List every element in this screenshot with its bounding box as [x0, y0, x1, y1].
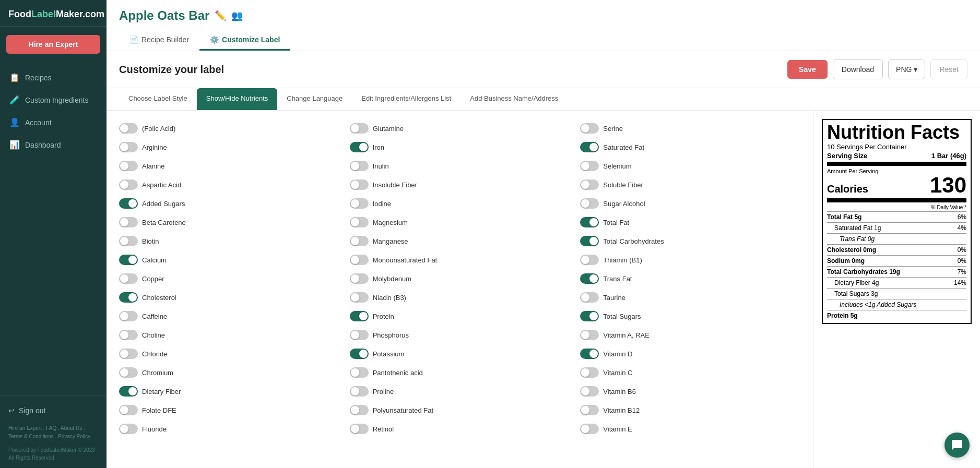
- save-button[interactable]: Save: [787, 60, 828, 79]
- nutrient-toggle[interactable]: [580, 386, 599, 397]
- tab-recipe-builder[interactable]: 📄 Recipe Builder: [119, 30, 199, 51]
- nutrient-toggle[interactable]: [580, 236, 599, 246]
- chat-icon: [951, 439, 963, 451]
- nutrient-toggle[interactable]: [580, 273, 599, 284]
- nutrient-toggle[interactable]: [350, 424, 369, 434]
- nutrient-row: Vitamin C: [580, 365, 800, 380]
- nf-nutrient-label: Protein 5g: [827, 312, 858, 319]
- nutrient-toggle[interactable]: [580, 123, 599, 134]
- nutrient-toggle[interactable]: [119, 424, 138, 434]
- nutrient-toggle[interactable]: [350, 179, 369, 190]
- nutrient-toggle[interactable]: [350, 292, 369, 303]
- nutrient-toggle[interactable]: [580, 424, 599, 434]
- sidebar-item-dashboard[interactable]: 📊 Dashboard: [0, 134, 107, 156]
- nutrient-toggle[interactable]: [350, 349, 369, 359]
- png-button[interactable]: PNG ▾: [888, 59, 925, 79]
- tab-customize-label[interactable]: ⚙️ Customize Label: [199, 30, 290, 51]
- sub-tab-choose-label-style[interactable]: Choose Label Style: [119, 88, 197, 110]
- nutrient-toggle[interactable]: [350, 142, 369, 152]
- sub-tab-show-hide-nutrients[interactable]: Show/Hide Nutrients: [197, 88, 278, 110]
- nutrient-toggle[interactable]: [350, 386, 369, 397]
- nutrient-label: Vitamin D: [603, 350, 632, 358]
- toolbar-title: Customize your label: [119, 64, 224, 76]
- chat-bubble[interactable]: [944, 433, 970, 458]
- sub-tab-change-language[interactable]: Change Language: [277, 88, 352, 110]
- recipes-icon: 📋: [9, 73, 20, 82]
- sidebar-item-label: Custom Ingredients: [25, 96, 88, 104]
- sidebar-item-recipes[interactable]: 📋 Recipes: [0, 66, 107, 89]
- nutrient-toggle[interactable]: [580, 330, 599, 340]
- nutrient-toggle[interactable]: [580, 255, 599, 265]
- nutrient-toggle[interactable]: [580, 217, 599, 227]
- nutrient-toggle[interactable]: [350, 198, 369, 209]
- sidebar-item-account[interactable]: 👤 Account: [0, 111, 107, 134]
- nutrient-toggle[interactable]: [580, 198, 599, 209]
- nutrient-toggle[interactable]: [350, 367, 369, 378]
- nutrient-toggle[interactable]: [119, 123, 138, 134]
- nutrient-label: Pantothenic acid: [373, 369, 423, 377]
- nutrient-toggle[interactable]: [580, 311, 599, 321]
- sub-tab-edit-ingredients[interactable]: Edit Ingredients/Allergens List: [352, 88, 461, 110]
- nutrient-toggle[interactable]: [119, 311, 138, 321]
- nutrient-toggle[interactable]: [119, 142, 138, 152]
- nutrient-toggle[interactable]: [119, 273, 138, 284]
- nutrient-toggle[interactable]: [580, 179, 599, 190]
- nutrient-label: Selenium: [603, 162, 631, 170]
- toolbar-actions: Save Download PNG ▾ Reset: [787, 59, 967, 79]
- sidebar-item-custom-ingredients[interactable]: 🧪 Custom Ingredients: [0, 89, 107, 111]
- nutrient-row: Vitamin B6: [580, 384, 800, 399]
- nutrient-toggle[interactable]: [119, 349, 138, 359]
- nf-nutrient-label: Includes <1g Added Sugars: [827, 301, 916, 308]
- nf-nutrient-row: Protein 5g: [827, 311, 966, 320]
- nutrient-toggle[interactable]: [119, 292, 138, 303]
- nutrient-toggle[interactable]: [119, 217, 138, 227]
- nf-thick-bar2: [827, 198, 966, 202]
- nutrient-toggle[interactable]: [350, 273, 369, 284]
- nutrient-toggle[interactable]: [350, 123, 369, 134]
- download-button[interactable]: Download: [833, 59, 883, 79]
- nutrient-toggle[interactable]: [350, 405, 369, 415]
- nutrient-label: Calcium: [142, 256, 167, 264]
- nutrient-toggle[interactable]: [580, 349, 599, 359]
- nutrient-row: Cholesterol: [119, 290, 339, 305]
- nutrient-toggle[interactable]: [580, 142, 599, 152]
- nutrient-toggle[interactable]: [119, 386, 138, 397]
- nutrient-toggle[interactable]: [350, 217, 369, 227]
- nutrient-toggle[interactable]: [350, 330, 369, 340]
- reset-button[interactable]: Reset: [930, 59, 967, 79]
- nutrient-toggle[interactable]: [119, 367, 138, 378]
- people-icon[interactable]: 👥: [231, 10, 243, 21]
- nutrient-row: Serine: [580, 121, 800, 136]
- nutrient-toggle[interactable]: [350, 161, 369, 171]
- nutrient-toggle[interactable]: [119, 179, 138, 190]
- nutrient-toggle[interactable]: [580, 405, 599, 415]
- nutrient-row: Thiamin (B1): [580, 253, 800, 267]
- nutrient-toggle[interactable]: [580, 292, 599, 303]
- nf-nutrient-label: Sodium 0mg: [827, 257, 865, 265]
- nutrient-toggle[interactable]: [119, 255, 138, 265]
- nutrient-toggle[interactable]: [119, 198, 138, 209]
- nutrient-row: Total Fat: [580, 215, 800, 230]
- nutrient-toggle[interactable]: [119, 236, 138, 246]
- nutrient-toggle[interactable]: [119, 161, 138, 171]
- nutrient-toggle[interactable]: [580, 161, 599, 171]
- sub-tab-add-business[interactable]: Add Business Name/Address: [461, 88, 568, 110]
- sign-out-button[interactable]: ↩ Sign out: [8, 402, 98, 419]
- nutrient-row: Folate DFE: [119, 403, 339, 417]
- nutrient-toggle[interactable]: [350, 255, 369, 265]
- nutrient-toggle[interactable]: [350, 311, 369, 321]
- hire-expert-button[interactable]: Hire an Expert: [6, 35, 100, 54]
- nutrient-row: Inulin: [350, 159, 570, 173]
- nutrient-row: Vitamin A, RAE: [580, 328, 800, 342]
- chevron-down-icon: ▾: [914, 65, 917, 74]
- nutrient-toggle[interactable]: [580, 367, 599, 378]
- nutrient-toggle[interactable]: [350, 236, 369, 246]
- edit-icon[interactable]: ✏️: [215, 10, 226, 21]
- nf-divider: [827, 233, 966, 234]
- nutrient-toggle[interactable]: [119, 405, 138, 415]
- toolbar: Customize your label Save Download PNG ▾…: [107, 51, 980, 88]
- nutrient-label: Niacin (B3): [373, 294, 406, 302]
- nutrient-row: Polyunsaturated Fat: [350, 403, 570, 417]
- nutrient-label: Vitamin A, RAE: [603, 331, 650, 339]
- nutrient-toggle[interactable]: [119, 330, 138, 340]
